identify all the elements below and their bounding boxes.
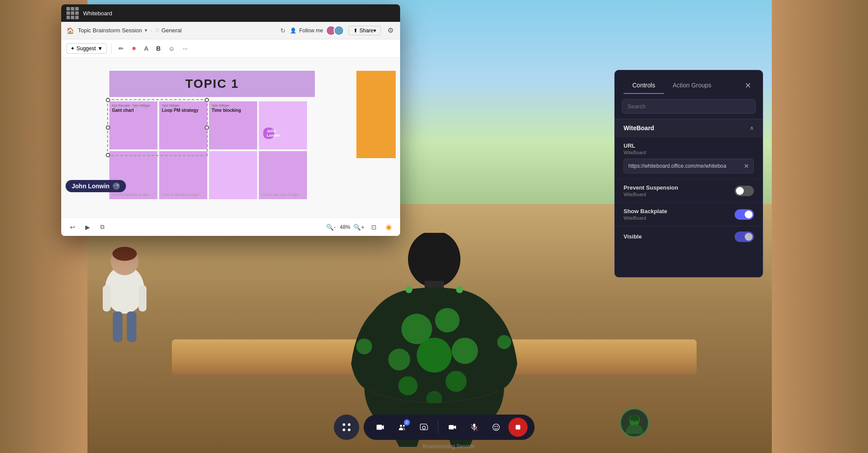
camera-button[interactable]	[414, 418, 433, 437]
svg-point-23	[342, 429, 345, 431]
tab-controls[interactable]: Controls	[624, 77, 664, 94]
avatar-small	[96, 237, 153, 353]
home-icon[interactable]: 🏠	[66, 26, 74, 35]
note-3-author: Tyler Milligan	[212, 104, 254, 107]
svg-point-21	[342, 423, 345, 426]
bold-button[interactable]: B	[153, 42, 163, 55]
wb-toolbar: ✦ Suggest ▼ ✏ ● A B ☺ ···	[61, 39, 400, 58]
wb-topbar: 🏠 Topic Brainstorm Session ▼ · ♡ General…	[61, 22, 400, 39]
svg-rect-5	[113, 311, 122, 342]
url-clear-icon[interactable]: ✕	[744, 163, 749, 169]
note-2-title: Loop PM strategy	[162, 108, 205, 113]
session-label: Brainstorming Session	[422, 443, 475, 450]
svg-rect-25	[376, 425, 382, 430]
svg-rect-4	[139, 285, 146, 311]
section-chevron-icon: ∧	[750, 125, 754, 131]
play-button[interactable]: ▶	[81, 221, 94, 233]
svg-marker-31	[453, 425, 456, 429]
visible-row: Visible	[624, 232, 754, 242]
wb-titlebar: Whiteboard	[61, 4, 400, 22]
url-label: URL	[624, 142, 646, 149]
suggest-button[interactable]: ✦ Suggest ▼	[66, 43, 107, 54]
svg-rect-3	[103, 285, 111, 311]
text-button[interactable]: A	[142, 42, 151, 55]
emoji-reaction-button[interactable]	[486, 418, 505, 437]
close-button[interactable]: ✕	[742, 80, 754, 92]
svg-point-28	[403, 425, 404, 427]
breadcrumb-dropdown-icon: ▼	[144, 28, 148, 33]
prevent-suspension-row: Prevent Suspension WiteBoard	[624, 184, 754, 197]
breadcrumb: Topic Brainstorm Session ▼ · ♡ General	[78, 27, 181, 34]
zoom-in-button[interactable]: 🔍+	[353, 221, 365, 233]
mic-button[interactable]	[464, 418, 484, 437]
pencil-button[interactable]: ✏	[116, 42, 126, 55]
follow-me-button[interactable]: 👤 Follow me	[290, 25, 344, 36]
notes-grid: Ken Ramada · Tyler Milligan Gant chart T…	[109, 101, 307, 199]
video-call-button[interactable]	[443, 418, 462, 437]
search-container[interactable]	[622, 99, 756, 114]
search-input[interactable]	[627, 103, 750, 110]
visible-toggle[interactable]	[735, 232, 754, 242]
svg-point-7	[408, 233, 460, 287]
show-backplate-knob	[745, 211, 753, 218]
note-1[interactable]: Ken Ramada · Tyler Milligan Gant chart	[109, 101, 157, 149]
svg-point-27	[400, 425, 402, 427]
menu-button[interactable]	[334, 415, 359, 440]
svg-point-18	[497, 335, 511, 349]
vr-wall-right	[772, 0, 868, 453]
fit-button[interactable]: ⊡	[368, 221, 380, 233]
svg-point-35	[493, 424, 499, 431]
note-2[interactable]: Tyler Milligan Loop PM strategy	[159, 101, 207, 149]
note-7[interactable]	[209, 151, 257, 199]
refresh-icon[interactable]: ↻	[280, 27, 286, 34]
zoom-out-button[interactable]: 🔍-	[325, 221, 337, 233]
circle-button[interactable]: ●	[129, 42, 139, 55]
svg-point-12	[388, 349, 410, 370]
breadcrumb-separator: ·	[151, 27, 153, 34]
user-avatar[interactable]	[620, 408, 649, 438]
record-stop-button[interactable]	[508, 418, 527, 437]
emoji-button[interactable]: ☺	[166, 42, 177, 55]
breadcrumb-section[interactable]: ♡ General	[155, 27, 181, 34]
note-6[interactable]: Click or tap here to type	[159, 151, 207, 199]
url-input[interactable]: https://whiteboard.office.com/me/whitebo…	[624, 159, 754, 173]
note-3[interactable]: Tyler Milligan Time blocking	[209, 101, 257, 149]
show-backplate-toggle[interactable]	[735, 209, 754, 220]
svg-point-36	[494, 426, 495, 427]
section-title: WiteBoard	[624, 124, 750, 131]
section-header[interactable]: WiteBoard ∧	[615, 119, 763, 137]
copy-button[interactable]: ⧉	[96, 221, 108, 233]
svg-point-20	[456, 286, 463, 293]
note-1-title: Gant chart	[112, 108, 155, 113]
svg-point-17	[356, 339, 372, 354]
prevent-suspension-toggle[interactable]	[735, 186, 754, 196]
tab-action-groups[interactable]: Action Groups	[664, 77, 720, 94]
prevent-suspension-label: Prevent Suspension	[624, 184, 678, 191]
topic-title: TOPIC 1	[185, 77, 239, 91]
url-row: URL WiteBoard	[624, 142, 754, 155]
color-wheel-button[interactable]: ◉	[383, 221, 395, 233]
wb-bottom-right: 🔍- 48% 🔍+ ⊡ ◉	[325, 221, 395, 233]
settings-button[interactable]: ⚙	[385, 25, 396, 36]
participants-button[interactable]: 2	[392, 418, 411, 437]
visible-label: Visible	[624, 233, 642, 240]
film-button[interactable]	[370, 418, 390, 437]
breadcrumb-title[interactable]: Topic Brainstorm Session ▼	[78, 27, 148, 34]
note-4[interactable]: John Lonwin	[259, 101, 307, 149]
undo-button[interactable]: ↩	[66, 221, 79, 233]
wb-title: Whiteboard	[83, 10, 112, 17]
svg-rect-6	[127, 311, 136, 342]
wb-bottom-left: ↩ ▶ ⧉	[66, 221, 108, 233]
note-6-placeholder: Click or tap here to type	[162, 193, 205, 197]
orange-panel	[356, 71, 396, 158]
app-grid-icon[interactable]	[66, 7, 79, 19]
show-backplate-row: Show Backplate WiteBoard	[624, 208, 754, 221]
cursor-tag: John Lonwin	[263, 128, 274, 139]
note-8[interactable]: Click or tap here to type	[259, 151, 307, 199]
avatar-group	[326, 25, 344, 36]
whiteboard-window: Whiteboard 🏠 Topic Brainstorm Session ▼ …	[61, 4, 400, 236]
share-button[interactable]: ⬆ Share▾	[349, 26, 381, 35]
svg-point-37	[496, 426, 498, 427]
more-button[interactable]: ···	[180, 42, 191, 55]
wb-canvas[interactable]: TOPIC 1 Ken Ramada · Tyler Milligan Gant…	[61, 58, 400, 218]
